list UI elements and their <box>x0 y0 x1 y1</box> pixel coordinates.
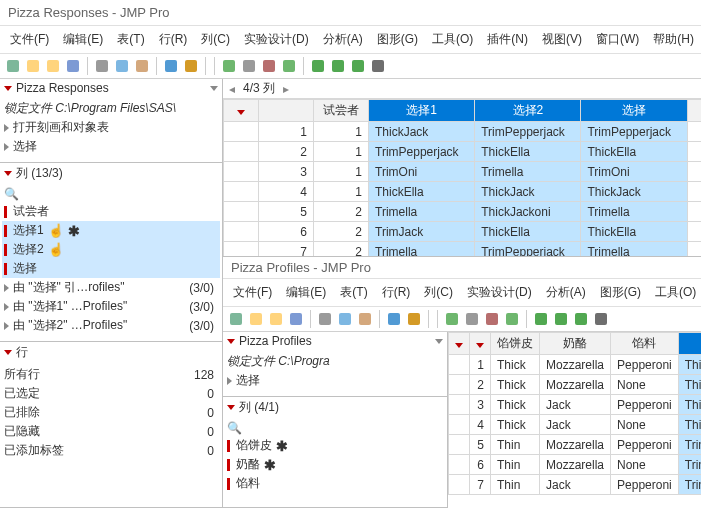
col-header[interactable]: 奶酪 <box>540 333 611 355</box>
menu-help[interactable]: 帮助(H) <box>647 29 700 50</box>
row-stat[interactable]: 所有行128 <box>2 365 220 384</box>
dist-icon[interactable] <box>503 310 521 328</box>
graph-icon[interactable] <box>260 57 278 75</box>
row-stat[interactable]: 已选定0 <box>2 384 220 403</box>
menu-edit[interactable]: 编辑(E) <box>57 29 109 50</box>
cursor-icon[interactable] <box>369 57 387 75</box>
table-row[interactable]: 41ThickEllaThickJackThickJack <box>224 182 702 202</box>
row-stat[interactable]: 已添加标签0 <box>2 441 220 460</box>
menu-file[interactable]: 文件(F) <box>4 29 55 50</box>
col-header[interactable]: 馅料 <box>611 333 679 355</box>
table-row[interactable]: 72TrimellaTrimPepperjackTrimella <box>224 242 702 258</box>
menu-tools[interactable]: 工具(O) <box>426 29 479 50</box>
check-icon[interactable] <box>572 310 590 328</box>
open-icon[interactable] <box>44 57 62 75</box>
paste-icon[interactable] <box>356 310 374 328</box>
new-icon[interactable] <box>247 310 265 328</box>
graph-icon[interactable] <box>483 310 501 328</box>
cut-icon[interactable] <box>93 57 111 75</box>
table-row[interactable]: 6ThinMozzarellaNoneTrimella <box>449 455 702 475</box>
calc-icon[interactable] <box>463 310 481 328</box>
menu-rows[interactable]: 行(R) <box>376 282 417 303</box>
calc-icon[interactable] <box>240 57 258 75</box>
table-row[interactable]: 4ThickJackNoneThickJack <box>449 415 702 435</box>
dist-icon[interactable] <box>280 57 298 75</box>
column-item[interactable]: 由 "选择2" …Profiles"(3/0) <box>2 316 220 335</box>
menu-file[interactable]: 文件(F) <box>227 282 278 303</box>
col-header[interactable]: ID <box>678 333 701 355</box>
menu-cols[interactable]: 列(C) <box>418 282 459 303</box>
panel-header-columns[interactable]: 列 (13/3) <box>0 163 222 184</box>
table-row[interactable]: 52TrimellaThickJackoniTrimella <box>224 202 702 222</box>
copy-icon[interactable] <box>113 57 131 75</box>
column-item[interactable]: 奶酪 ✱ <box>225 455 445 474</box>
menu-tables[interactable]: 表(T) <box>334 282 373 303</box>
cut-icon[interactable] <box>316 310 334 328</box>
grid-icon[interactable] <box>220 57 238 75</box>
menu-icon[interactable] <box>435 339 443 344</box>
table-row[interactable]: 5ThinMozzarellaPepperoniTrimOni <box>449 435 702 455</box>
panel-header-profiles[interactable]: Pizza Profiles <box>223 332 447 350</box>
panel-header-responses[interactable]: Pizza Responses <box>0 79 222 97</box>
panel-header-columns[interactable]: 列 (4/1) <box>223 397 447 418</box>
grid-icon[interactable] <box>443 310 461 328</box>
menu-graph[interactable]: 图形(G) <box>594 282 647 303</box>
paste-icon[interactable] <box>133 57 151 75</box>
menu-window[interactable]: 窗口(W) <box>590 29 645 50</box>
menu-cols[interactable]: 列(C) <box>195 29 236 50</box>
arrow-icon[interactable] <box>532 310 550 328</box>
table-row[interactable]: 7ThinJackPepperoniTrimPepperjack <box>449 475 702 495</box>
menu-doe[interactable]: 实验设计(D) <box>461 282 538 303</box>
menu-analyze[interactable]: 分析(A) <box>540 282 592 303</box>
table-row[interactable]: 3ThickJackPepperoniThickJackoni <box>449 395 702 415</box>
menu-graph[interactable]: 图形(G) <box>371 29 424 50</box>
column-item[interactable]: 馅饼皮 ✱ <box>225 436 445 455</box>
copy-icon[interactable] <box>336 310 354 328</box>
column-item[interactable]: 选择1 ☝ ✱ <box>2 221 220 240</box>
row-stat[interactable]: 已隐藏0 <box>2 422 220 441</box>
menu-view[interactable]: 视图(V) <box>536 29 588 50</box>
list-icon[interactable] <box>385 310 403 328</box>
menu-addins[interactable]: 插件(N) <box>481 29 534 50</box>
menu-tools[interactable]: 工具(O) <box>649 282 701 303</box>
col-header[interactable]: 选择1 <box>369 100 475 122</box>
check-icon[interactable] <box>349 57 367 75</box>
table-icon[interactable] <box>227 310 245 328</box>
arrow-icon[interactable] <box>309 57 327 75</box>
menu-analyze[interactable]: 分析(A) <box>317 29 369 50</box>
table-row[interactable]: 21TrimPepperjackThickEllaThickElla <box>224 142 702 162</box>
save-icon[interactable] <box>64 57 82 75</box>
panel-item[interactable]: 打开刻画和对象表 <box>2 118 220 137</box>
search-icon[interactable]: 🔍 <box>4 187 19 201</box>
menu-doe[interactable]: 实验设计(D) <box>238 29 315 50</box>
flag-icon[interactable] <box>552 310 570 328</box>
column-item[interactable]: 由 "选择" 引…rofiles"(3/0) <box>2 278 220 297</box>
column-item[interactable]: 选择 <box>2 259 220 278</box>
save-icon[interactable] <box>287 310 305 328</box>
col-header[interactable]: 选择 <box>581 100 687 122</box>
panel-item[interactable]: 选择 <box>225 371 445 390</box>
table-row[interactable]: 62TrimJackThickEllaThickElla <box>224 222 702 242</box>
menu-icon[interactable] <box>210 86 218 91</box>
column-item[interactable]: 馅料 <box>225 474 445 493</box>
cursor-icon[interactable] <box>592 310 610 328</box>
col-header[interactable]: 试尝者 <box>314 100 369 122</box>
list-icon[interactable] <box>162 57 180 75</box>
row-stat[interactable]: 已排除0 <box>2 403 220 422</box>
column-item[interactable]: 由 "选择1" …Profiles"(3/0) <box>2 297 220 316</box>
data-grid-bottom[interactable]: 馅饼皮 奶酪 馅料 ID 1ThickMozzarellaPepperoniTh… <box>448 332 701 495</box>
column-item[interactable]: 选择2 ☝ <box>2 240 220 259</box>
data-grid-top[interactable]: 试尝者 选择1 选择2 选择 11ThickJackTrimPepperjack… <box>223 99 701 257</box>
lock-icon[interactable] <box>182 57 200 75</box>
table-row[interactable]: 31TrimOniTrimellaTrimOni <box>224 162 702 182</box>
col-header[interactable]: 馅饼皮 <box>491 333 540 355</box>
panel-item[interactable]: 选择 <box>2 137 220 156</box>
column-item[interactable]: 试尝者 <box>2 202 220 221</box>
col-header[interactable]: 选择2 <box>475 100 581 122</box>
table-row[interactable]: 11ThickJackTrimPepperjackTrimPepperjack <box>224 122 702 142</box>
menu-rows[interactable]: 行(R) <box>153 29 194 50</box>
open-icon[interactable] <box>267 310 285 328</box>
menu-tables[interactable]: 表(T) <box>111 29 150 50</box>
new-icon[interactable] <box>24 57 42 75</box>
table-row[interactable]: 2ThickMozzarellaNoneThickElla <box>449 375 702 395</box>
